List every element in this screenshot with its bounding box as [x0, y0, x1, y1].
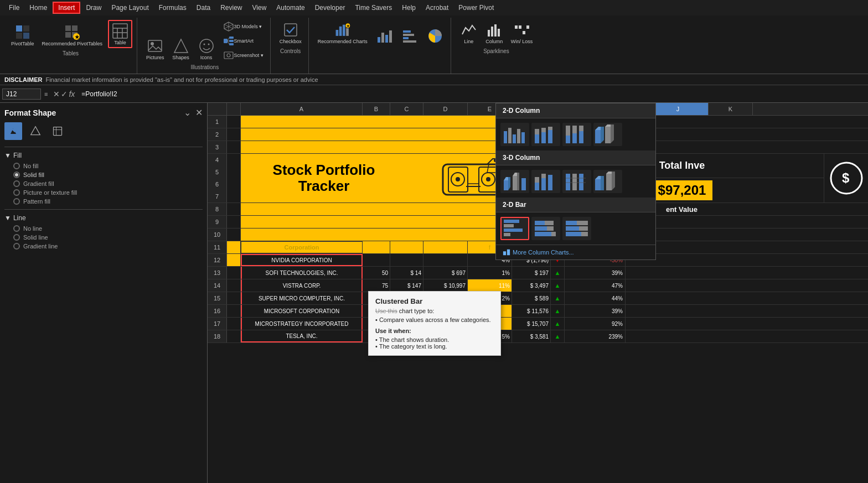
win-loss-button[interactable]: Win/ Loss [509, 20, 535, 46]
shape-options-icon[interactable] [27, 122, 44, 140]
sparkline-line-button[interactable]: Line [458, 20, 480, 46]
r18-pct[interactable]: 239% [565, 330, 626, 342]
panel-close-button[interactable]: ✕ [195, 107, 203, 118]
r13-gainloss[interactable]: $ 197 [512, 267, 551, 279]
menu-view[interactable]: View [248, 3, 271, 13]
formula-fx-icon[interactable]: fx [69, 90, 75, 98]
icons-button[interactable]: Icons [195, 36, 218, 62]
menu-developer[interactable]: Developer [311, 3, 350, 13]
r14-qty[interactable]: 75 [363, 279, 390, 292]
r14-portf[interactable]: 11% [468, 279, 512, 292]
menu-home[interactable]: Home [25, 3, 51, 13]
checkbox-button[interactable]: Checkbox [277, 20, 304, 46]
pivot-table-button[interactable]: PivotTable [9, 22, 37, 48]
r13-value[interactable]: $ 697 [423, 267, 468, 279]
r14-pct[interactable]: 47% [565, 279, 626, 292]
solid-line-radio[interactable] [13, 234, 20, 241]
smartart-button[interactable]: SmartArt [221, 34, 266, 48]
2d-col-100pct-icon[interactable] [562, 123, 591, 146]
fill-effects-icon[interactable] [4, 122, 22, 140]
r18-gainloss[interactable]: $ 3,581 [512, 330, 551, 342]
3d-col-2-icon[interactable] [531, 170, 560, 193]
row-13[interactable]: 13 SOFI TECHNOLOGIES, INC. 50 $ 14 $ 697… [208, 267, 868, 279]
more-charts-link[interactable]: More Column Charts... [496, 245, 655, 259]
3d-col-1-icon[interactable] [500, 170, 529, 193]
3dmodels-button[interactable]: 3D Models ▾ [221, 20, 266, 33]
col-header-j[interactable]: J [648, 103, 709, 115]
solid-fill-radio[interactable] [13, 172, 20, 178]
recommended-charts-button[interactable]: ★ Recommended Charts [316, 20, 370, 46]
fill-section-header[interactable]: ▼ Fill [4, 152, 203, 159]
r15-pct[interactable]: 44% [565, 292, 626, 304]
stock-title-cell[interactable]: Stock PortfolioTracker [241, 154, 407, 202]
2d-col-stacked-icon[interactable] [531, 123, 560, 146]
r13-pct[interactable]: 39% [565, 267, 626, 279]
menu-pagelayout[interactable]: Page Layout [107, 3, 153, 13]
row-15[interactable]: 15 SUPER MICRO COMPUTER, INC. 90 $ 22 $ … [208, 292, 868, 305]
solid-fill-option[interactable]: Solid fill [13, 172, 203, 178]
row-14[interactable]: 14 VISTRA CORP. 75 $ 147 $ 10,997 11% $ … [208, 279, 868, 292]
r16-k[interactable] [626, 305, 670, 317]
r17-corp[interactable]: MICROSTRATEGY INCORPORATED [241, 318, 363, 330]
r17-k[interactable] [626, 318, 670, 330]
r16-pct[interactable]: 39% [565, 305, 626, 317]
no-line-option[interactable]: No line [13, 225, 203, 232]
r13-corp[interactable]: SOFI TECHNOLOGIES, INC. [241, 267, 363, 279]
r16-corp[interactable]: MICROSOFT CORPORATION [241, 305, 363, 317]
col-header-c[interactable]: C [390, 103, 423, 115]
r15-k[interactable] [626, 292, 670, 304]
r18-corp[interactable]: TESLA, INC. [241, 330, 363, 342]
table-button[interactable]: Table [108, 20, 132, 48]
solid-line-option[interactable]: Solid line [13, 234, 203, 241]
r12-corp[interactable]: NVIDIA CORPORATION [241, 254, 363, 266]
line-section-header[interactable]: ▼ Line [4, 214, 203, 222]
3d-col-3-icon[interactable] [562, 170, 591, 193]
r13-portf[interactable]: 1% [468, 267, 512, 279]
r15-gainloss[interactable]: $ 589 [512, 292, 551, 304]
r15-corp[interactable]: SUPER MICRO COMPUTER, INC. [241, 292, 363, 304]
gradient-line-option[interactable]: Gradient line [13, 243, 203, 250]
r12-price[interactable] [390, 254, 423, 266]
picture-fill-radio[interactable] [13, 189, 20, 196]
menu-draw[interactable]: Draw [81, 3, 106, 13]
2d-col-3d-icon[interactable] [593, 123, 622, 146]
r18-k[interactable] [626, 330, 670, 342]
screenshot-button[interactable]: Screenshot ▾ [221, 49, 266, 62]
pictures-button[interactable]: Pictures [144, 36, 167, 62]
gradient-fill-option[interactable]: Gradient fill [13, 180, 203, 187]
no-fill-radio[interactable] [13, 163, 20, 169]
formula-confirm-icon[interactable]: ✓ [61, 90, 68, 98]
pattern-fill-option[interactable]: Pattern fill [13, 198, 203, 205]
cell-options-icon[interactable]: ≡ [43, 91, 49, 97]
menu-formulas[interactable]: Formulas [154, 3, 191, 13]
col-header-b[interactable]: B [363, 103, 390, 115]
panel-collapse-button[interactable]: ⌄ [184, 107, 191, 118]
3d-col-4-icon[interactable] [593, 170, 622, 193]
formula-input[interactable] [79, 89, 866, 99]
shapes-button[interactable]: Shapes [170, 36, 192, 62]
row-18[interactable]: 18 TESLA, INC. 15 $ 339 $ 5,081 5% $ 3,5… [208, 330, 868, 343]
bar-chart-button[interactable] [399, 26, 421, 46]
r13-k[interactable] [626, 267, 670, 279]
cell-reference[interactable]: J12 [2, 89, 41, 100]
row-16[interactable]: 16 MICROSOFT CORPORATION 100 $ 416 $ 41,… [208, 305, 868, 318]
col-header-a[interactable]: A [241, 103, 363, 115]
menu-review[interactable]: Review [216, 3, 246, 13]
2d-bar-stacked-icon[interactable] [531, 217, 560, 240]
col-header-d[interactable]: D [423, 103, 468, 115]
r17-gainloss[interactable]: $ 15,707 [512, 318, 551, 330]
r14-k[interactable] [626, 279, 670, 292]
2d-bar-100pct-icon[interactable] [562, 217, 591, 240]
menu-data[interactable]: Data [192, 3, 215, 13]
gradient-line-radio[interactable] [13, 243, 20, 250]
2d-bar-clustered-icon[interactable] [500, 217, 529, 240]
r17-pct[interactable]: 92% [565, 318, 626, 330]
size-properties-icon[interactable] [49, 122, 66, 140]
r12-qty[interactable] [363, 254, 390, 266]
menu-help[interactable]: Help [397, 3, 420, 13]
r12-value[interactable] [423, 254, 468, 266]
menu-timesavers[interactable]: Time Savers [350, 3, 396, 13]
recommended-pivottables-button[interactable]: ★ Recommended PivotTables [40, 22, 105, 48]
menu-file[interactable]: File [4, 3, 24, 13]
row-17[interactable]: 17 MICROSTRATEGY INCORPORATED 85 $ 385 $… [208, 318, 868, 330]
